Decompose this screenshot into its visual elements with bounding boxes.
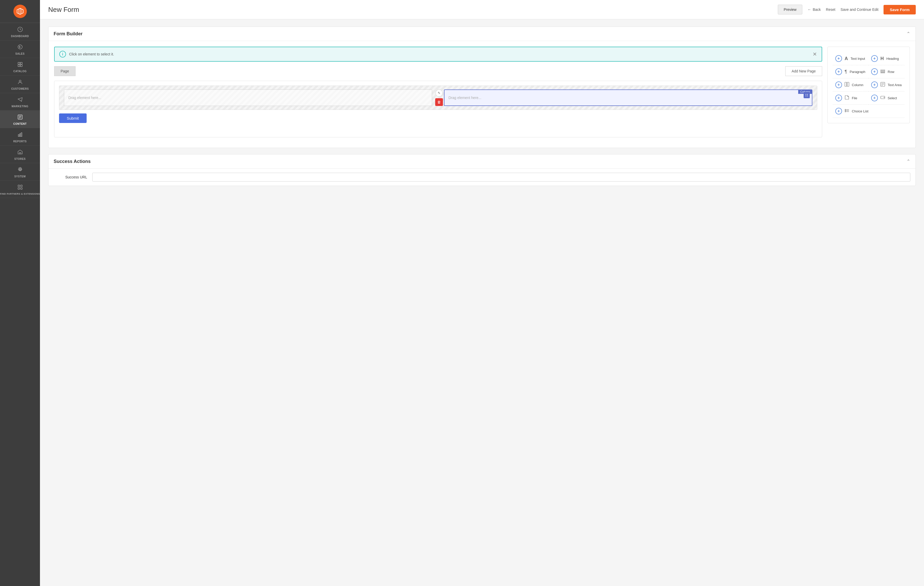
element-column[interactable]: + Column bbox=[833, 78, 869, 91]
sales-icon: $ bbox=[17, 44, 23, 51]
svg-rect-25 bbox=[845, 82, 846, 86]
info-banner-left: i Click on element to select it. bbox=[59, 51, 114, 58]
canvas-col-1[interactable]: Drag element here... bbox=[64, 89, 432, 106]
success-actions-collapse-button[interactable]: ⌃ bbox=[906, 158, 910, 164]
select-add-button[interactable]: + bbox=[871, 95, 878, 101]
save-continue-button[interactable]: Save and Continue Edit bbox=[840, 7, 878, 12]
info-banner: i Click on element to select it. ✕ bbox=[54, 47, 822, 62]
sidebar-item-dashboard[interactable]: DASHBOARD bbox=[0, 23, 40, 40]
page-tab[interactable]: Page bbox=[54, 66, 76, 76]
row-add-button[interactable]: + bbox=[871, 68, 878, 75]
svg-rect-10 bbox=[20, 134, 21, 136]
add-page-button[interactable]: Add New Page bbox=[785, 66, 822, 76]
row-drag-handle[interactable] bbox=[804, 92, 810, 98]
sidebar-item-label-marketing: MARKETING bbox=[12, 105, 28, 108]
column-label-text: Column bbox=[852, 83, 863, 87]
sidebar-item-label-reports: REPORTS bbox=[13, 140, 27, 143]
form-builder-collapse-button[interactable]: ⌃ bbox=[906, 31, 910, 36]
form-builder-title: Form Builder bbox=[54, 31, 82, 36]
reset-button[interactable]: Reset bbox=[826, 7, 836, 12]
form-builder-section: Form Builder ⌃ i Click on element to sel… bbox=[48, 26, 916, 148]
svg-rect-4 bbox=[20, 63, 22, 64]
choice-list-label: Choice List bbox=[852, 109, 868, 113]
canvas-row: Drag element here... ✎ 🗑 Column bbox=[59, 86, 817, 110]
svg-point-31 bbox=[845, 111, 846, 111]
row-icon bbox=[880, 69, 885, 74]
text-input-add-button[interactable]: + bbox=[835, 55, 842, 62]
select-label: Select bbox=[888, 96, 897, 100]
text-area-add-button[interactable]: + bbox=[871, 81, 878, 88]
sidebar-item-content[interactable]: CONTENT bbox=[0, 111, 40, 128]
success-url-input[interactable] bbox=[92, 173, 910, 182]
col-edit-button[interactable]: ✎ bbox=[436, 89, 443, 97]
svg-point-21 bbox=[807, 96, 808, 96]
back-label: Back bbox=[813, 7, 821, 12]
svg-rect-5 bbox=[18, 65, 20, 66]
element-heading[interactable]: + H Heading bbox=[869, 52, 904, 65]
sidebar-item-label-sales: SALES bbox=[15, 52, 25, 55]
sidebar-item-catalog[interactable]: CATALOG bbox=[0, 58, 40, 76]
sidebar-item-stores[interactable]: STORES bbox=[0, 146, 40, 163]
svg-rect-22 bbox=[881, 70, 885, 71]
sidebar-item-label-dashboard: DASHBOARD bbox=[11, 35, 29, 38]
sidebar: DASHBOARD $ SALES CATALOG CUSTOMERS MARK… bbox=[0, 0, 40, 586]
sidebar-item-label-find-partners: FIND PARTNERS & EXTENSIONS bbox=[0, 193, 40, 195]
content-area: Form Builder ⌃ i Click on element to sel… bbox=[40, 19, 924, 586]
svg-rect-15 bbox=[20, 185, 22, 187]
find-partners-icon bbox=[17, 184, 23, 191]
canvas-col-2[interactable]: Column Drag element here... bbox=[444, 89, 813, 106]
submit-button[interactable]: Submit bbox=[59, 114, 87, 123]
column-add-button[interactable]: + bbox=[835, 81, 842, 88]
choice-list-add-button[interactable]: + bbox=[835, 108, 842, 114]
success-actions-title: Success Actions bbox=[54, 159, 91, 164]
file-add-button[interactable]: + bbox=[835, 95, 842, 101]
heading-label: Heading bbox=[886, 57, 899, 61]
element-text-input[interactable]: + A Text Input bbox=[833, 52, 869, 65]
save-form-button[interactable]: Save Form bbox=[884, 5, 916, 15]
svg-rect-6 bbox=[20, 65, 22, 66]
element-select[interactable]: + Select bbox=[869, 91, 904, 105]
element-text-area[interactable]: + Text Area bbox=[869, 78, 904, 91]
info-close-button[interactable]: ✕ bbox=[813, 51, 817, 57]
heading-icon: H bbox=[880, 56, 884, 61]
paragraph-label: Paragraph bbox=[850, 70, 865, 74]
catalog-icon bbox=[17, 62, 23, 69]
element-choice-list[interactable]: + Choice List bbox=[833, 105, 904, 118]
sidebar-item-reports[interactable]: REPORTS bbox=[0, 128, 40, 146]
stores-icon bbox=[17, 149, 23, 157]
sidebar-item-system[interactable]: SYSTEM bbox=[0, 163, 40, 181]
svg-rect-16 bbox=[18, 188, 19, 189]
row-label: Row bbox=[888, 70, 894, 74]
form-builder-layout: i Click on element to select it. ✕ Page … bbox=[54, 47, 910, 142]
dashboard-icon bbox=[17, 26, 23, 34]
sidebar-item-find-partners[interactable]: FIND PARTNERS & EXTENSIONS bbox=[0, 181, 40, 198]
sidebar-item-sales[interactable]: $ SALES bbox=[0, 40, 40, 58]
svg-point-19 bbox=[807, 94, 808, 95]
element-row[interactable]: + Row bbox=[869, 65, 904, 78]
logo-circle bbox=[13, 5, 27, 18]
col-delete-button[interactable]: 🗑 bbox=[435, 98, 443, 106]
element-paragraph[interactable]: + ¶ Paragraph bbox=[833, 65, 869, 78]
paragraph-add-button[interactable]: + bbox=[835, 68, 842, 75]
system-icon bbox=[17, 167, 23, 174]
svg-rect-3 bbox=[18, 63, 20, 64]
sidebar-item-customers[interactable]: CUSTOMERS bbox=[0, 76, 40, 93]
logo bbox=[0, 0, 40, 23]
svg-point-33 bbox=[845, 111, 846, 112]
element-file[interactable]: + File bbox=[833, 91, 869, 105]
sidebar-item-marketing[interactable]: MARKETING bbox=[0, 93, 40, 111]
text-area-label: Text Area bbox=[888, 83, 902, 87]
heading-add-button[interactable]: + bbox=[871, 55, 878, 62]
choice-list-icon bbox=[845, 108, 849, 114]
back-button[interactable]: ← Back bbox=[807, 7, 821, 12]
marketing-icon bbox=[17, 97, 23, 104]
preview-button[interactable]: Preview bbox=[778, 5, 803, 15]
page-header: New Form Preview ← Back Reset Save and C… bbox=[40, 0, 924, 19]
text-area-icon bbox=[880, 82, 885, 87]
reports-icon bbox=[17, 132, 23, 139]
svg-text:$: $ bbox=[19, 46, 20, 48]
svg-rect-17 bbox=[20, 188, 22, 189]
sidebar-item-label-catalog: CATALOG bbox=[13, 70, 26, 73]
svg-rect-14 bbox=[18, 185, 19, 187]
sidebar-item-label-content: CONTENT bbox=[13, 122, 27, 125]
